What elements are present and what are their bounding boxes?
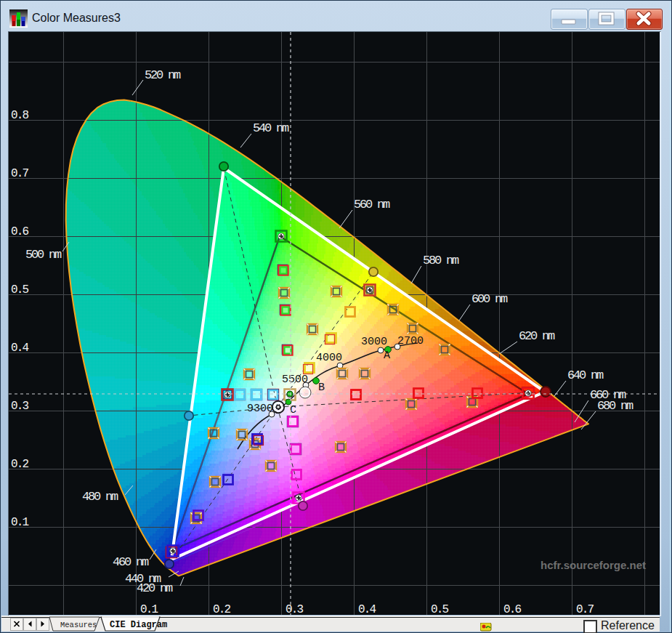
svg-text:0.7: 0.7 [11, 167, 29, 180]
svg-text:A: A [384, 350, 390, 362]
svg-text:0.8: 0.8 [11, 109, 29, 122]
svg-text:540 nm: 540 nm [253, 121, 289, 135]
svg-text:460 nm: 460 nm [113, 555, 149, 569]
svg-text:0.6: 0.6 [503, 603, 522, 615]
svg-text:Measures: Measures [60, 621, 97, 629]
svg-text:0.4: 0.4 [358, 603, 376, 615]
svg-text:2700: 2700 [397, 335, 424, 347]
svg-text:0.6: 0.6 [11, 225, 29, 238]
svg-text:CIE Diagram: CIE Diagram [110, 620, 167, 630]
svg-text:5500: 5500 [282, 374, 308, 386]
svg-text:600 nm: 600 nm [471, 292, 508, 306]
svg-text:0.7: 0.7 [576, 603, 594, 615]
svg-text:4000: 4000 [316, 352, 342, 364]
svg-text:0.2: 0.2 [11, 458, 29, 471]
svg-text:620 nm: 620 nm [519, 329, 555, 343]
svg-text:520 nm: 520 nm [145, 68, 181, 82]
svg-text:0.4: 0.4 [11, 342, 29, 355]
svg-text:420 nm: 420 nm [137, 581, 173, 595]
svg-text:560 nm: 560 nm [354, 198, 390, 211]
svg-text:3000: 3000 [361, 336, 387, 348]
svg-text:0.5: 0.5 [11, 283, 29, 297]
svg-text:0.3: 0.3 [286, 603, 304, 615]
svg-text:B: B [318, 382, 325, 394]
svg-text:0.3: 0.3 [11, 400, 29, 413]
svg-text:0.1: 0.1 [11, 516, 29, 529]
svg-text:0.1: 0.1 [140, 603, 158, 615]
svg-text:680 nm: 680 nm [597, 399, 633, 413]
svg-text:500 nm: 500 nm [25, 248, 62, 262]
svg-text:580 nm: 580 nm [423, 254, 459, 267]
svg-text:0.2: 0.2 [213, 603, 231, 615]
svg-text:0.5: 0.5 [431, 603, 449, 615]
svg-text:480 nm: 480 nm [82, 490, 118, 504]
svg-text:9300: 9300 [247, 403, 273, 415]
svg-text:640 nm: 640 nm [567, 368, 604, 382]
